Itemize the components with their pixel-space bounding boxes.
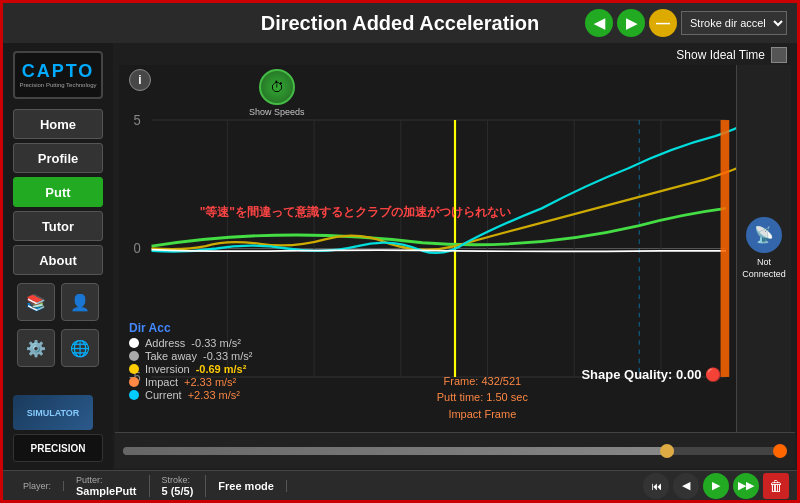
- ideal-time-checkbox[interactable]: [771, 47, 787, 63]
- chart-top-bar: Show Ideal Time: [115, 45, 795, 65]
- stroke-dropdown[interactable]: Stroke dir accel: [681, 11, 787, 35]
- forward-button[interactable]: ▶▶: [733, 473, 759, 499]
- book-icon-button[interactable]: 📚: [17, 283, 55, 321]
- header: Direction Added Acceleration ◀ ▶ — Strok…: [3, 3, 797, 43]
- play-button[interactable]: ▶: [703, 473, 729, 499]
- legend-value-impact: +2.33 m/s²: [184, 376, 236, 388]
- legend-label-inversion: Inversion: [145, 363, 190, 375]
- legend-value-inversion: -0.69 m/s²: [196, 363, 247, 375]
- status-stroke: Stroke: 5 (5/5): [150, 475, 207, 497]
- putter-label: Putter:: [76, 475, 103, 485]
- status-player: Player:: [11, 481, 64, 491]
- legend-value-address: -0.33 m/s²: [191, 337, 241, 349]
- back-button[interactable]: ◀: [673, 473, 699, 499]
- chart-area: i ⏱ Show Speeds 5 0 -5: [119, 65, 791, 432]
- player-label: Player:: [23, 481, 51, 491]
- show-speeds-button[interactable]: ⏱ Show Speeds: [249, 69, 305, 117]
- info-button[interactable]: i: [129, 69, 151, 91]
- annotation-text: "等速"を間違って意識するとクラブの加速がつけられない: [200, 204, 511, 221]
- show-ideal-label: Show Ideal Time: [676, 48, 765, 62]
- frame-label: Frame: 432/521: [437, 373, 528, 390]
- sidebar-home-button[interactable]: Home: [13, 109, 103, 139]
- capto-logo: CAPTO: [20, 61, 97, 82]
- page-title: Direction Added Acceleration: [261, 12, 540, 35]
- not-connected-content: 📡 NotConnected: [742, 217, 786, 280]
- sidebar-icon-row: 📚 👤: [17, 283, 99, 321]
- svg-text:0: 0: [133, 241, 140, 256]
- legend-title: Dir Acc: [129, 321, 253, 335]
- precision-logo: PRECISION: [13, 434, 103, 462]
- simulator-logo: SIMULATOR PRECISION: [13, 395, 103, 462]
- shape-quality: Shape Quality: 0.00 🔴: [581, 367, 721, 382]
- scrubber-bar: [115, 432, 795, 468]
- sidebar-icon-row-2: ⚙️ 🌐: [17, 329, 99, 367]
- scrubber-thumb[interactable]: [660, 444, 674, 458]
- sidebar-putt-button[interactable]: Putt: [13, 177, 103, 207]
- legend-area: Dir Acc Address -0.33 m/s² Take away -0.…: [129, 321, 253, 402]
- scrubber-fill: [123, 447, 674, 455]
- nav-back-button[interactable]: ◀: [585, 9, 613, 37]
- legend-value-takeaway: -0.33 m/s²: [203, 350, 253, 362]
- legend-item-takeaway: Take away -0.33 m/s²: [129, 350, 253, 362]
- address-dot: [129, 338, 139, 348]
- scrubber-area: [115, 447, 795, 455]
- mode-value: Free mode: [218, 480, 274, 492]
- trash-button[interactable]: 🗑: [763, 473, 789, 499]
- legend-item-inversion: Inversion -0.69 m/s²: [129, 363, 253, 375]
- shape-quality-indicator: 🔴: [705, 367, 721, 382]
- nav-minus-button[interactable]: —: [649, 9, 677, 37]
- playback-controls: ⏮ ◀ ▶ ▶▶ 🗑: [643, 473, 789, 499]
- wifi-icon: 📡: [746, 217, 782, 253]
- putt-time-label: Putt time: 1.50 sec: [437, 389, 528, 406]
- status-putter: Putter: SamplePutt: [64, 475, 150, 497]
- not-connected-text: NotConnected: [742, 257, 786, 280]
- simulator-text: SIMULATOR: [27, 408, 80, 418]
- impact-frame-label: Impact Frame: [437, 406, 528, 423]
- speed-label: Show Speeds: [249, 107, 305, 117]
- header-controls: ◀ ▶ — Stroke dir accel: [585, 9, 787, 37]
- sidebar-about-button[interactable]: About: [13, 245, 103, 275]
- capto-sub: Precision Putting Technology: [20, 82, 97, 89]
- shape-quality-label: Shape Quality:: [581, 367, 672, 382]
- inversion-dot: [129, 364, 139, 374]
- legend-item-current: Current +2.33 m/s²: [129, 389, 253, 401]
- stroke-label: Stroke:: [162, 475, 191, 485]
- legend-value-current: +2.33 m/s²: [188, 389, 240, 401]
- scrubber-orange-marker: [773, 444, 787, 458]
- svg-text:5: 5: [133, 112, 140, 127]
- rewind-button[interactable]: ⏮: [643, 473, 669, 499]
- status-bar: Player: Putter: SamplePutt Stroke: 5 (5/…: [3, 470, 797, 500]
- frame-info: Frame: 432/521 Putt time: 1.50 sec Impac…: [437, 373, 528, 423]
- person-icon-button[interactable]: 👤: [61, 283, 99, 321]
- chart-container: Show Ideal Time i ⏱ Show Speeds: [113, 43, 797, 470]
- legend-item-address: Address -0.33 m/s²: [129, 337, 253, 349]
- sidebar-profile-button[interactable]: Profile: [13, 143, 103, 173]
- legend-label-address: Address: [145, 337, 185, 349]
- current-dot: [129, 390, 139, 400]
- gear-icon-button[interactable]: ⚙️: [17, 329, 55, 367]
- globe-icon-button[interactable]: 🌐: [61, 329, 99, 367]
- not-connected-panel: 📡 NotConnected: [736, 65, 791, 432]
- content-area: CAPTO Precision Putting Technology Home …: [3, 43, 797, 470]
- simulator-image: SIMULATOR: [13, 395, 93, 430]
- sidebar: CAPTO Precision Putting Technology Home …: [3, 43, 113, 470]
- legend-label-current: Current: [145, 389, 182, 401]
- legend-label-takeaway: Take away: [145, 350, 197, 362]
- scrubber-track[interactable]: [123, 447, 787, 455]
- status-mode: Free mode: [206, 480, 287, 492]
- precision-text: PRECISION: [30, 443, 85, 454]
- svg-rect-15: [721, 120, 730, 377]
- logo-area: CAPTO Precision Putting Technology: [13, 51, 103, 99]
- legend-label-impact: Impact: [145, 376, 178, 388]
- shape-quality-value: 0.00: [676, 367, 701, 382]
- speed-icon: ⏱: [259, 69, 295, 105]
- legend-item-impact: Impact +2.33 m/s²: [129, 376, 253, 388]
- stroke-value: 5 (5/5): [162, 485, 194, 497]
- putter-value: SamplePutt: [76, 485, 137, 497]
- sidebar-tutor-button[interactable]: Tutor: [13, 211, 103, 241]
- takeaway-dot: [129, 351, 139, 361]
- nav-forward-button[interactable]: ▶: [617, 9, 645, 37]
- impact-dot: [129, 377, 139, 387]
